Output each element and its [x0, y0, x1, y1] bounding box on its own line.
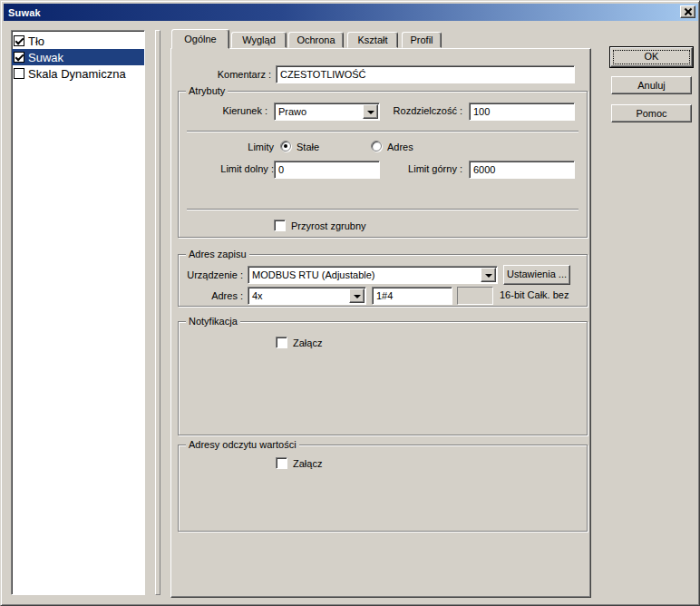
list-item-label: Tło — [28, 34, 44, 48]
close-button[interactable] — [680, 5, 695, 18]
radio-adres[interactable] — [371, 141, 382, 152]
list-item-suwak[interactable]: Suwak — [12, 49, 144, 65]
ustawienia-button[interactable]: Ustawienia ... — [503, 265, 570, 285]
limit-gorny-input[interactable]: 6000 — [469, 161, 575, 179]
radio-stale-label[interactable]: Stałe — [297, 142, 319, 153]
separator — [187, 209, 578, 210]
notyfikacja-zalacz-label[interactable]: Załącz — [293, 337, 322, 349]
list-item-skala-dynamiczna[interactable]: Skala Dynamiczna — [12, 65, 144, 82]
checkbox-skala-dynamiczna[interactable] — [14, 68, 24, 79]
urzadzenie-selected-value: MODBUS RTU (Adjustable) — [248, 267, 497, 283]
adresy-odczytu-group-title: Adresy odczytu wartości — [186, 439, 299, 451]
list-item-label: Skala Dynamiczna — [28, 67, 126, 81]
urzadzenie-select[interactable]: MODBUS RTU (Adjustable) — [248, 266, 498, 284]
przyrost-zgrubny-checkbox[interactable] — [274, 220, 286, 231]
kierunek-label: Kierunek : — [195, 105, 267, 117]
notyfikacja-zalacz-checkbox[interactable] — [276, 337, 287, 348]
checkbox-tlo[interactable] — [14, 35, 24, 46]
limit-dolny-input[interactable]: 0 — [274, 161, 380, 179]
adres-bit-box — [457, 287, 493, 305]
adres-prefix-select[interactable]: 4x — [248, 287, 366, 305]
adres-type-label: 16-bit Całk. bez — [500, 289, 569, 301]
chevron-down-icon[interactable] — [363, 104, 378, 119]
tab-ksztalt[interactable]: Kształt — [347, 32, 398, 48]
anuluj-button[interactable]: Anuluj — [611, 76, 692, 94]
pomoc-button[interactable]: Pomoc — [611, 104, 692, 122]
limity-label: Limity — [210, 142, 274, 153]
chevron-down-icon[interactable] — [349, 288, 365, 303]
focus-rectangle — [613, 50, 690, 64]
przyrost-zgrubny-label[interactable]: Przyrost zgrubny — [291, 220, 366, 232]
urzadzenie-label: Urządzenie : — [180, 269, 243, 281]
adres-prefix-value: 4x — [248, 288, 365, 304]
checkbox-suwak[interactable] — [14, 52, 24, 63]
limit-dolny-label: Limit dolny : — [201, 163, 274, 175]
limit-gorny-label: Limit górny : — [390, 163, 462, 175]
tab-ogolne[interactable]: Ogólne — [171, 29, 229, 49]
list-item-tlo[interactable]: Tło — [12, 33, 144, 49]
tab-ochrona[interactable]: Ochrona — [288, 32, 344, 48]
dialog-suwak: Suwak Tło Suwak Skala Dynamiczna Ogólne … — [0, 0, 700, 606]
tab-profil[interactable]: Profil — [402, 32, 442, 48]
chevron-down-icon[interactable] — [481, 268, 496, 282]
separator — [187, 131, 578, 132]
atrybuty-group-title: Atrybuty — [186, 85, 228, 97]
layers-listbox[interactable]: Tło Suwak Skala Dynamiczna — [11, 30, 145, 595]
rozdzielczosc-input[interactable]: 100 — [469, 103, 575, 121]
adresy-odczytu-zalacz-label[interactable]: Załącz — [293, 458, 322, 470]
tab-wyglad[interactable]: Wygląd — [231, 32, 287, 48]
kierunek-select[interactable]: Prawo — [274, 103, 380, 121]
adresy-odczytu-zalacz-checkbox[interactable] — [276, 457, 287, 469]
adresy-odczytu-group: Adresy odczytu wartości — [178, 445, 588, 532]
splitter-handle[interactable] — [155, 30, 160, 595]
tab-page-ogolne: Komentarz : CZESTOTLIWOŚĆ Atrybuty Kieru… — [170, 48, 591, 598]
radio-adres-label[interactable]: Adres — [387, 142, 413, 153]
komentarz-label: Komentarz : — [180, 69, 271, 81]
window-title: Suwak — [8, 7, 41, 18]
list-item-label: Suwak — [28, 51, 63, 64]
close-icon — [685, 8, 692, 15]
komentarz-input[interactable]: CZESTOTLIWOŚĆ — [276, 65, 575, 83]
notyfikacja-group: Notyfikacja — [178, 321, 588, 435]
adres-value-input[interactable]: 1#4 — [372, 287, 452, 305]
titlebar[interactable]: Suwak — [4, 4, 698, 21]
adres-zapisu-group-title: Adres zapisu — [186, 249, 249, 260]
notyfikacja-group-title: Notyfikacja — [186, 316, 240, 327]
rozdzielczosc-label: Rozdzielczość : — [381, 105, 462, 117]
radio-stale[interactable] — [280, 141, 291, 152]
ok-button-default-ring: OK — [609, 46, 694, 68]
adres-label: Adres : — [180, 290, 243, 302]
ok-button[interactable]: OK — [610, 47, 693, 67]
